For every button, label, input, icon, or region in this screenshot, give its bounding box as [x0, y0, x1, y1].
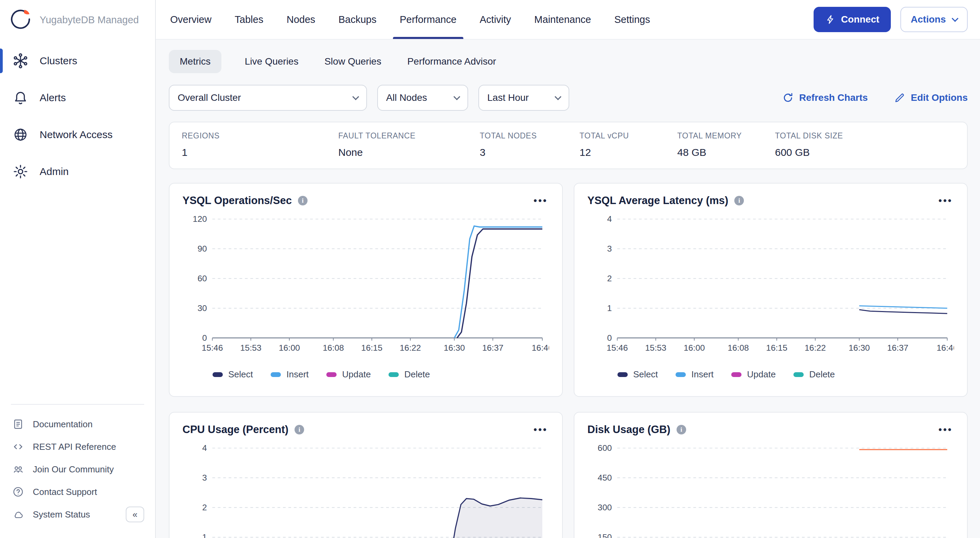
legend-label: Select — [633, 369, 658, 380]
svg-text:2: 2 — [202, 503, 207, 512]
tab-maintenance[interactable]: Maintenance — [533, 0, 592, 39]
refresh-charts-label: Refresh Charts — [799, 92, 868, 103]
question-circle-icon — [12, 486, 24, 498]
svg-text:16:00: 16:00 — [279, 343, 300, 352]
sidebar-item-alerts[interactable]: Alerts — [0, 79, 155, 116]
info-icon[interactable] — [298, 196, 307, 205]
legend-label: Select — [228, 369, 253, 380]
svg-text:16:15: 16:15 — [361, 343, 382, 352]
tab-overview[interactable]: Overview — [169, 0, 213, 39]
legend-item-update[interactable]: Update — [326, 369, 371, 380]
chart-card-disk-usage: Disk Usage (GB) 015030045060015:4615:531… — [574, 412, 968, 538]
chart-plot: 0123415:4615:5316:0016:0816:1516:2216:30… — [587, 212, 954, 365]
subtab-slow-queries[interactable]: Slow Queries — [321, 50, 384, 73]
community-icon — [12, 463, 24, 475]
chart-legend: SelectInsertUpdateDelete — [213, 369, 549, 380]
tab-nodes[interactable]: Nodes — [285, 0, 317, 39]
sidebar-item-join-our-community[interactable]: Join Our Community — [10, 458, 146, 481]
tab-tables[interactable]: Tables — [233, 0, 265, 39]
svg-text:15:53: 15:53 — [240, 343, 261, 352]
svg-text:3: 3 — [202, 473, 207, 482]
cluster-select-value: Overall Cluster — [178, 92, 241, 103]
utility-item-label: REST API Reference — [33, 442, 116, 452]
sidebar-utility: Documentation REST API Reference Join — [0, 404, 155, 538]
info-icon[interactable] — [734, 196, 744, 205]
chart-title: CPU Usage (Percent) — [183, 423, 288, 436]
legend-item-insert[interactable]: Insert — [270, 369, 309, 380]
chevron-down-icon — [352, 93, 359, 100]
sidebar-item-contact-support[interactable]: Contact Support — [10, 481, 146, 503]
sidebar-item-label: Alerts — [40, 92, 66, 103]
svg-text:60: 60 — [197, 274, 207, 283]
legend-item-insert[interactable]: Insert — [676, 369, 713, 380]
chevron-down-icon — [951, 15, 958, 22]
performance-content: Metrics Live Queries Slow Queries Perfor… — [156, 40, 980, 538]
sidebar-item-system-status[interactable]: System Status — [10, 503, 146, 526]
sidebar-item-documentation[interactable]: Documentation — [10, 413, 146, 435]
sidebar-item-clusters[interactable]: Clusters — [0, 42, 155, 79]
time-range-select[interactable]: Last Hour — [478, 85, 569, 111]
stat-total-vcpu: TOTAL vCPU 12 — [579, 131, 677, 158]
chart-menu-icon[interactable] — [937, 425, 954, 434]
stat-label: TOTAL DISK SIZE — [775, 131, 955, 140]
chart-title: YSQL Operations/Sec — [183, 194, 292, 207]
chart-header: CPU Usage (Percent) — [183, 423, 549, 436]
svg-text:4: 4 — [202, 443, 207, 452]
legend-item-delete[interactable]: Delete — [794, 369, 835, 380]
sidebar-item-network-access[interactable]: Network Access — [0, 116, 155, 153]
connect-button[interactable]: Connect — [814, 7, 891, 32]
svg-text:16:37: 16:37 — [482, 343, 503, 352]
legend-label: Insert — [691, 369, 713, 380]
info-icon[interactable] — [294, 425, 304, 435]
refresh-charts-link[interactable]: Refresh Charts — [782, 92, 868, 103]
chart-canvas: 030609012015:4615:5316:0016:0816:1516:22… — [183, 212, 549, 380]
svg-text:30: 30 — [197, 304, 207, 313]
legend-item-delete[interactable]: Delete — [388, 369, 430, 380]
chart-menu-icon[interactable] — [532, 197, 549, 205]
chart-plot: 0123415:4615:5316:0016:0816:1516:2216:30… — [183, 441, 549, 538]
tab-backups[interactable]: Backups — [337, 0, 378, 39]
subtab-metrics[interactable]: Metrics — [169, 50, 221, 73]
filter-links: Refresh Charts Edit Options — [782, 92, 968, 103]
actions-button[interactable]: Actions — [900, 7, 968, 32]
svg-text:1: 1 — [607, 304, 612, 313]
stat-label: TOTAL MEMORY — [677, 131, 775, 140]
chart-header: Disk Usage (GB) — [587, 423, 954, 436]
svg-text:2: 2 — [607, 274, 612, 283]
legend-marker — [794, 372, 804, 377]
chart-canvas: 0123415:4615:5316:0016:0816:1516:2216:30… — [183, 441, 549, 538]
svg-text:16:08: 16:08 — [727, 343, 749, 352]
stat-value: 48 GB — [677, 146, 775, 158]
nodes-select[interactable]: All Nodes — [377, 85, 468, 111]
edit-options-link[interactable]: Edit Options — [894, 92, 968, 103]
tab-performance[interactable]: Performance — [398, 0, 458, 39]
sidebar-item-admin[interactable]: Admin — [0, 153, 155, 190]
actions-button-label: Actions — [911, 14, 946, 25]
sidebar-item-rest-api-reference[interactable]: REST API Reference — [10, 435, 146, 458]
svg-text:16:30: 16:30 — [849, 343, 870, 352]
utility-item-label: Contact Support — [33, 487, 97, 497]
cluster-select[interactable]: Overall Cluster — [169, 85, 367, 111]
chart-header: YSQL Operations/Sec — [183, 194, 549, 207]
chart-menu-icon[interactable] — [532, 425, 549, 434]
svg-text:16:15: 16:15 — [766, 343, 787, 352]
stat-value: 3 — [480, 146, 579, 158]
svg-text:16:22: 16:22 — [805, 343, 826, 352]
legend-item-update[interactable]: Update — [731, 369, 776, 380]
sidebar-collapse-button[interactable] — [126, 506, 144, 522]
chart-title: Disk Usage (GB) — [587, 423, 670, 436]
subtab-performance-advisor[interactable]: Performance Advisor — [404, 50, 499, 73]
stat-regions: REGIONS 1 — [182, 131, 338, 158]
cluster-tabs: Overview Tables Nodes Backups Performanc… — [169, 0, 651, 39]
legend-marker — [731, 372, 741, 377]
svg-text:16:30: 16:30 — [444, 343, 465, 352]
chart-menu-icon[interactable] — [937, 197, 954, 205]
legend-item-select[interactable]: Select — [617, 369, 658, 380]
svg-text:150: 150 — [598, 533, 612, 538]
tab-settings[interactable]: Settings — [613, 0, 652, 39]
legend-item-select[interactable]: Select — [213, 369, 253, 380]
info-icon[interactable] — [676, 425, 686, 435]
tab-activity[interactable]: Activity — [478, 0, 512, 39]
subtab-live-queries[interactable]: Live Queries — [242, 50, 301, 73]
legend-marker — [388, 372, 399, 377]
